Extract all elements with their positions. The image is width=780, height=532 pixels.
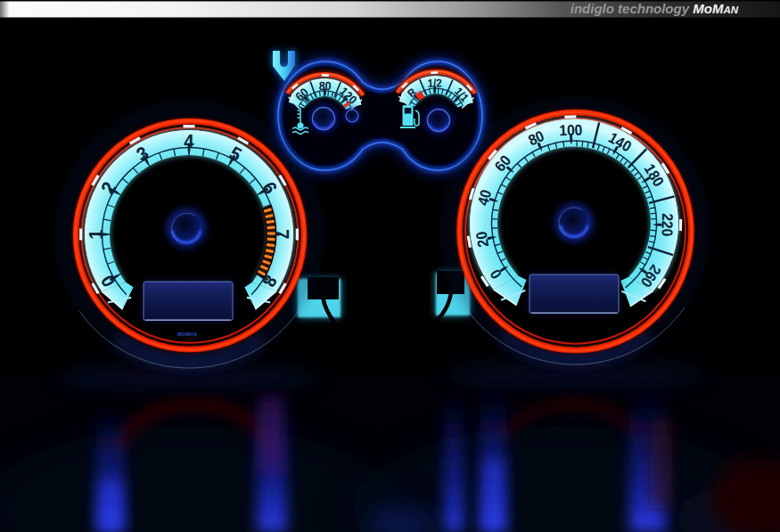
svg-text:1: 1 [86, 229, 107, 239]
svg-text:20: 20 [472, 231, 491, 249]
svg-text:4: 4 [184, 131, 193, 152]
svg-text:100: 100 [559, 121, 583, 139]
svg-text:indiglo technology MoMAN: indiglo technology MoMAN [571, 1, 739, 16]
svg-text:MOMAN: MOMAN [177, 331, 197, 337]
svg-text:220: 220 [659, 213, 676, 236]
svg-text:80: 80 [319, 78, 332, 93]
svg-text:1/2: 1/2 [427, 77, 442, 90]
